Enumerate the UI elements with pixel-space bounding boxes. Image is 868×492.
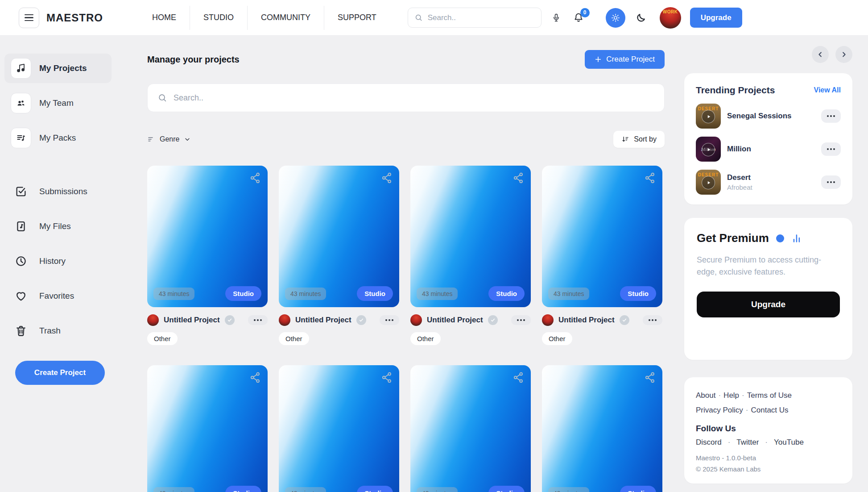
menu-toggle-button[interactable] xyxy=(19,8,39,28)
navbar-search-input[interactable] xyxy=(428,13,535,22)
sort-by-button[interactable]: Sort by xyxy=(613,131,665,148)
check-icon xyxy=(225,315,235,325)
sidebar-item-trash[interactable]: Trash xyxy=(4,316,112,346)
footer-link-privacy[interactable]: Privacy Policy xyxy=(696,406,743,414)
share-icon[interactable] xyxy=(513,371,525,384)
share-icon[interactable] xyxy=(644,172,656,184)
microphone-button[interactable] xyxy=(551,13,561,23)
genre-tag[interactable]: Other xyxy=(542,332,572,345)
play-icon[interactable] xyxy=(702,143,715,156)
project-card[interactable]: 43 minutes Studio Untitled Project Other xyxy=(410,365,531,492)
project-card[interactable]: 43 minutes Studio Untitled Project Other xyxy=(147,166,268,345)
audio-file-icon xyxy=(11,216,31,237)
main-content: Manage your projects Create Project Genr… xyxy=(147,36,665,492)
projects-search[interactable] xyxy=(147,83,665,112)
sidebar-item-my-files[interactable]: My Files xyxy=(4,212,112,241)
share-icon[interactable] xyxy=(644,371,656,384)
navbar-search[interactable] xyxy=(408,8,541,28)
carousel-prev-button[interactable] xyxy=(812,46,829,63)
genre-tag[interactable]: Other xyxy=(147,332,178,345)
sidebar-item-submissions[interactable]: Submissions xyxy=(4,177,112,206)
project-card[interactable]: 43 minutes Studio Untitled Project Other xyxy=(279,166,399,345)
share-icon[interactable] xyxy=(381,371,393,384)
footer-link-terms[interactable]: Terms of Use xyxy=(747,391,792,400)
more-options-button[interactable] xyxy=(380,315,399,325)
sidebar-item-my-projects[interactable]: My Projects xyxy=(4,54,112,83)
view-all-link[interactable]: View All xyxy=(814,86,841,94)
trending-thumbnail[interactable]: Million xyxy=(696,137,721,162)
trending-thumbnail[interactable]: DESERT xyxy=(696,104,721,129)
play-icon[interactable] xyxy=(702,176,715,189)
more-options-button[interactable] xyxy=(821,109,841,123)
project-title: Untitled Project xyxy=(427,316,483,325)
project-artwork[interactable]: 43 minutes Studio xyxy=(279,166,399,307)
genre-tag[interactable]: Other xyxy=(410,332,441,345)
genre-filter-button[interactable]: Genre xyxy=(147,135,191,143)
trending-thumbnail[interactable]: DESERT xyxy=(696,170,721,195)
more-options-button[interactable] xyxy=(643,315,662,325)
project-card[interactable]: 43 minutes Studio Untitled Project Other xyxy=(279,365,399,492)
trending-item[interactable]: Million Million xyxy=(696,137,841,162)
footer-link-about[interactable]: About xyxy=(696,391,715,400)
user-avatar[interactable]: WORK xyxy=(660,7,681,29)
sidebar-item-favorites[interactable]: Favorites xyxy=(4,281,112,311)
sidebar: My Projects My Team My Packs Submissions xyxy=(0,36,116,492)
social-link-discord[interactable]: Discord xyxy=(696,438,722,446)
project-artwork[interactable]: 43 minutes Studio xyxy=(542,365,662,492)
trending-item[interactable]: DESERT Desert Afrobeat xyxy=(696,170,841,195)
project-artwork[interactable]: 43 minutes Studio xyxy=(542,166,662,307)
nav-link-support[interactable]: SUPPORT xyxy=(324,13,390,22)
project-artwork[interactable]: 43 minutes Studio xyxy=(147,166,268,307)
more-options-button[interactable] xyxy=(821,142,841,156)
share-icon[interactable] xyxy=(249,371,261,384)
footer-links: About·Help·Terms of Use Privacy Policy·C… xyxy=(696,388,841,417)
share-icon[interactable] xyxy=(249,172,261,184)
project-card[interactable]: 43 minutes Studio Untitled Project Other xyxy=(147,365,268,492)
premium-upgrade-button[interactable]: Upgrade xyxy=(697,292,840,317)
chevron-left-icon xyxy=(816,50,824,58)
project-card[interactable]: 43 minutes Studio Untitled Project Other xyxy=(410,166,531,345)
share-icon[interactable] xyxy=(381,172,393,184)
project-card[interactable]: 43 minutes Studio Untitled Project Other xyxy=(542,365,662,492)
check-icon xyxy=(620,315,629,325)
project-artwork[interactable]: 43 minutes Studio xyxy=(410,166,531,307)
sidebar-item-label: Favorites xyxy=(39,291,74,301)
studio-badge: Studio xyxy=(225,286,261,301)
notifications-button[interactable]: 0 xyxy=(573,12,584,24)
project-artwork[interactable]: 43 minutes Studio xyxy=(410,365,531,492)
dark-mode-button[interactable] xyxy=(635,12,647,24)
avatar-art-text: WORK xyxy=(663,9,678,29)
share-icon[interactable] xyxy=(513,172,525,184)
create-project-button[interactable]: Create Project xyxy=(585,50,665,69)
social-link-youtube[interactable]: YouTube xyxy=(774,438,804,446)
footer-link-contact[interactable]: Contact Us xyxy=(751,406,788,414)
project-artwork[interactable]: 43 minutes Studio xyxy=(147,365,268,492)
check-icon xyxy=(356,315,366,325)
nav-link-community[interactable]: COMMUNITY xyxy=(248,13,324,22)
nav-link-studio[interactable]: STUDIO xyxy=(190,13,247,22)
carousel-next-button[interactable] xyxy=(835,46,852,63)
social-link-twitter[interactable]: Twitter xyxy=(736,438,759,446)
upgrade-button[interactable]: Upgrade xyxy=(690,8,742,28)
project-card[interactable]: 43 minutes Studio Untitled Project Other xyxy=(542,166,662,345)
footer-link-help[interactable]: Help xyxy=(723,391,739,400)
duration-badge: 43 minutes xyxy=(153,288,194,300)
more-options-button[interactable] xyxy=(248,315,268,325)
search-icon xyxy=(157,93,167,103)
nav-link-home[interactable]: HOME xyxy=(139,13,190,22)
light-mode-button[interactable] xyxy=(606,8,625,28)
more-options-button[interactable] xyxy=(511,315,531,325)
separator: · xyxy=(722,438,737,446)
search-icon xyxy=(414,13,423,22)
sidebar-item-my-packs[interactable]: My Packs xyxy=(4,123,112,153)
genre-tag[interactable]: Other xyxy=(279,332,309,345)
play-icon[interactable] xyxy=(702,110,715,123)
projects-search-input[interactable] xyxy=(174,93,654,103)
more-options-button[interactable] xyxy=(821,175,841,189)
project-artwork[interactable]: 43 minutes Studio xyxy=(279,365,399,492)
sidebar-create-project-button[interactable]: Create Project xyxy=(15,361,105,385)
duration-badge: 43 minutes xyxy=(417,288,458,300)
sidebar-item-my-team[interactable]: My Team xyxy=(4,88,112,118)
trending-item[interactable]: DESERT Senegal Sessions xyxy=(696,104,841,129)
sidebar-item-history[interactable]: History xyxy=(4,246,112,276)
